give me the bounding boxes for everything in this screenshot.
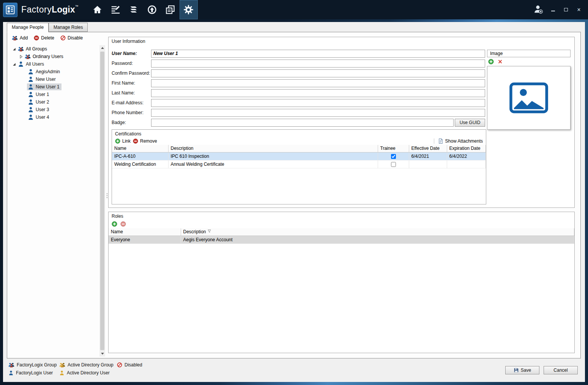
maximize-button[interactable]	[563, 7, 569, 13]
user-icon	[28, 69, 34, 75]
show-attachments-button[interactable]: Show Attachments	[438, 138, 483, 144]
password-input[interactable]	[151, 60, 485, 68]
email-input[interactable]	[151, 99, 485, 107]
tab-manage-roles[interactable]: Manage Roles	[49, 23, 88, 32]
app-logo-icon	[3, 3, 17, 17]
filter-icon[interactable]	[208, 229, 211, 233]
tab-manage-people[interactable]: Manage People	[7, 23, 49, 32]
tree-item-aegisadmin[interactable]: AegisAdmin	[7, 68, 99, 75]
col-header-expiration-date[interactable]: Expiration Date	[447, 145, 486, 152]
user-detail-area: User Information User Name: Password: Co…	[108, 32, 580, 358]
image-toolbar	[487, 57, 571, 66]
titlebar-right: ×	[533, 4, 588, 16]
expander-open-icon[interactable]	[13, 63, 17, 66]
tree-item-user-3[interactable]: User 3	[7, 106, 99, 113]
last-name-input[interactable]	[151, 89, 485, 97]
cert-name-cell: IPC-A-610	[112, 152, 168, 160]
cancel-label: Cancel	[553, 368, 568, 373]
production-icon[interactable]	[143, 0, 161, 19]
col-header-role-name[interactable]: Name	[109, 228, 181, 236]
certifications-table: Name Description Trainee Effective Date …	[112, 145, 486, 168]
roles-toolbar	[109, 220, 574, 228]
cert-expiration-cell: 6/4/2022	[447, 152, 486, 160]
disabled-icon	[117, 362, 122, 368]
first-name-input[interactable]	[151, 79, 485, 87]
phone-input[interactable]	[151, 109, 485, 117]
save-button[interactable]: Save	[505, 366, 539, 374]
badge-label: Badge:	[112, 120, 151, 125]
tree-item-user-1[interactable]: User 1	[7, 91, 99, 98]
tree-item-new-user-1[interactable]: New User 1	[7, 83, 99, 91]
remove-role-button[interactable]	[120, 221, 126, 227]
tree-item-new-user[interactable]: New User	[7, 75, 99, 83]
add-role-button[interactable]	[112, 221, 117, 227]
col-header-effective-date[interactable]: Effective Date	[409, 145, 447, 152]
minimize-button[interactable]	[550, 7, 556, 13]
home-icon[interactable]	[88, 0, 107, 19]
legend-factorylogix-group: FactoryLogix Group	[8, 362, 59, 368]
legend-factorylogix-user: FactoryLogix User	[8, 370, 59, 376]
cert-description-cell: Annual Welding Certificate	[168, 160, 378, 168]
main-nav	[88, 0, 198, 19]
expander-closed-icon[interactable]	[19, 55, 24, 58]
reports-icon[interactable]	[161, 0, 180, 19]
badge-input[interactable]	[151, 119, 454, 127]
role-row[interactable]: Everyone Aegis Everyone Account	[109, 236, 574, 244]
tree-item-user-4[interactable]: User 4	[7, 113, 99, 121]
user-session-icon[interactable]	[533, 4, 543, 16]
image-add-button[interactable]	[488, 59, 494, 64]
use-guid-button[interactable]: Use GUID	[455, 119, 485, 127]
tree-item-label: New User	[36, 77, 56, 82]
add-user-button[interactable]: Add	[12, 35, 28, 41]
user-icon	[28, 114, 34, 120]
manage-people-panel: Add Delete Disable	[7, 32, 581, 358]
panel-splitter[interactable]	[106, 32, 108, 358]
image-section-title: Image	[487, 50, 571, 57]
forms-icon[interactable]	[107, 0, 125, 19]
remove-certification-button[interactable]: Remove	[133, 138, 157, 144]
scrollbar-thumb[interactable]	[100, 52, 104, 350]
settings-gear-icon[interactable]	[180, 0, 198, 19]
group-icon	[25, 53, 31, 60]
col-header-name[interactable]: Name	[112, 145, 168, 152]
disable-user-button[interactable]: Disable	[60, 35, 83, 41]
delete-icon	[34, 35, 39, 41]
delete-user-button[interactable]: Delete	[34, 35, 54, 41]
tree-item-label: User 4	[36, 115, 49, 120]
materials-icon[interactable]	[125, 0, 143, 19]
scroll-down-icon[interactable]	[99, 351, 105, 357]
scroll-up-icon[interactable]	[99, 45, 105, 51]
tree-item-label: New User 1	[36, 84, 60, 90]
legend-label: FactoryLogix User	[16, 370, 53, 376]
certifications-title: Certifications	[112, 130, 486, 137]
people-tree-panel: Add Delete Disable	[7, 32, 106, 358]
tree-item-all-groups[interactable]: All Groups	[7, 45, 99, 53]
tree-item-all-users[interactable]: All Users	[7, 60, 99, 68]
trainee-checkbox[interactable]	[391, 162, 396, 167]
tree-item-label: AegisAdmin	[36, 69, 60, 74]
tree-item-user-2[interactable]: User 2	[7, 98, 99, 106]
certification-row[interactable]: IPC-A-610 IPC 610 Inspection 6/4/2021 6/…	[112, 152, 486, 160]
trainee-checkbox[interactable]	[391, 154, 396, 159]
legend-active-directory-user: Active Directory User	[59, 370, 117, 376]
certification-row[interactable]: Welding Certification Annual Welding Cer…	[112, 160, 486, 168]
tree-scrollbar[interactable]	[99, 45, 105, 357]
link-certification-button[interactable]: Link	[115, 138, 131, 144]
tree-item-ordinary-users[interactable]: Ordinary Users	[7, 53, 99, 60]
confirm-password-input[interactable]	[151, 69, 485, 77]
group-icon	[18, 46, 24, 52]
window-content: Manage People Manage Roles Add Delete	[3, 22, 585, 382]
col-header-trainee[interactable]: Trainee	[378, 145, 409, 152]
expander-open-icon[interactable]	[13, 47, 17, 51]
user-image-frame[interactable]	[487, 66, 571, 130]
col-header-role-description[interactable]: Description	[181, 228, 574, 236]
close-button[interactable]: ×	[576, 7, 582, 13]
active-directory-user-icon	[59, 370, 65, 376]
user-tree: All Groups Ordinary Users	[7, 45, 99, 357]
role-description-label: Description	[183, 229, 206, 234]
user-name-input[interactable]	[151, 50, 485, 58]
col-header-description[interactable]: Description	[168, 145, 378, 152]
image-remove-button[interactable]	[497, 59, 503, 64]
cancel-button[interactable]: Cancel	[544, 366, 578, 374]
remove-label: Remove	[140, 138, 157, 144]
